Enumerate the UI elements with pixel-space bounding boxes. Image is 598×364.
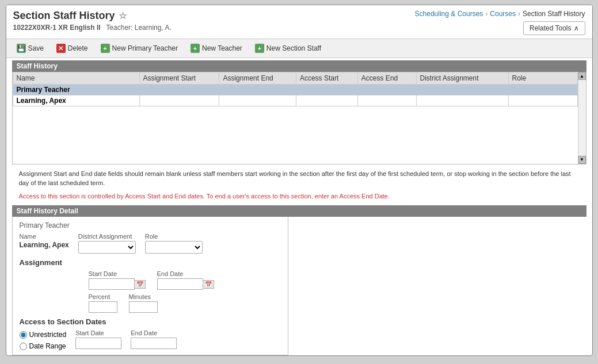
access-end-field: End Date <box>131 329 177 349</box>
row-assignment-end <box>219 95 296 106</box>
role-field: Role <box>145 233 203 254</box>
start-date-wrap: 📅 <box>89 278 146 290</box>
empty-row-1 <box>13 106 577 118</box>
date-range-radio[interactable] <box>20 343 27 350</box>
access-section: Access to Section Dates Unrestricted Dat… <box>20 317 281 350</box>
row-access-start <box>296 95 357 106</box>
percent-field: Percent <box>89 293 117 313</box>
empty-row-5 <box>13 152 577 164</box>
new-teacher-button[interactable]: + New Teacher <box>186 42 247 55</box>
percent-input[interactable] <box>89 301 117 313</box>
header-right: Scheduling & Courses › Courses › Section… <box>415 10 585 35</box>
row-name: Learning, Apex <box>13 95 139 106</box>
minutes-field: Minutes <box>129 293 158 313</box>
date-range-radio-item: Date Range <box>20 342 67 350</box>
start-date-field: Start Date 📅 <box>89 270 146 290</box>
empty-row-3 <box>13 129 577 141</box>
minutes-input[interactable] <box>129 301 158 313</box>
col-assignment-end: Assignment End <box>219 72 296 85</box>
title-text: Section Staff History <box>13 10 115 22</box>
breadcrumb-courses[interactable]: Courses <box>490 10 516 18</box>
staff-history-detail: Staff History Detail Primary Teacher Nam… <box>12 205 586 355</box>
percent-minutes-row: Percent Minutes <box>89 293 281 313</box>
date-range-label: Date Range <box>29 342 66 350</box>
new-section-staff-button[interactable]: + New Section Staff <box>250 42 326 55</box>
save-button[interactable]: 💾 Save <box>12 42 48 55</box>
delete-icon: ✕ <box>56 44 66 53</box>
access-row: Unrestricted Date Range Start Date <box>20 329 281 350</box>
scroll-track <box>578 80 586 156</box>
notes-area: Assignment Start and End date fields sho… <box>12 164 586 206</box>
table-row[interactable]: Learning, Apex <box>13 95 577 106</box>
col-access-start: Access Start <box>296 72 357 85</box>
unrestricted-label: Unrestricted <box>29 331 67 339</box>
access-section-label: Access to Section Dates <box>20 317 281 326</box>
staff-history-section: Staff History Name Assignment Start Assi… <box>12 60 586 164</box>
col-role: Role <box>508 72 577 85</box>
district-assignment-label: District Assignment <box>78 233 136 240</box>
col-name: Name <box>13 72 139 85</box>
add-primary-icon: + <box>101 44 110 53</box>
role-field-label: Role <box>145 233 203 240</box>
delete-button[interactable]: ✕ Delete <box>52 42 93 55</box>
scroll-up-button[interactable]: ▲ <box>578 72 586 80</box>
star-icon[interactable]: ☆ <box>119 10 127 21</box>
end-date-calendar-button[interactable]: 📅 <box>203 280 214 289</box>
note-assignment: Assignment Start and End date fields sho… <box>19 169 580 188</box>
toolbar: 💾 Save ✕ Delete + New Primary Teacher + … <box>6 39 592 58</box>
detail-header: Staff History Detail <box>12 205 586 217</box>
name-label: Name <box>20 233 69 240</box>
detail-role-label: Primary Teacher <box>20 221 281 229</box>
chevron-up-icon: ∧ <box>574 24 579 32</box>
assignment-section-label: Assignment <box>20 258 281 267</box>
unrestricted-radio-item: Unrestricted <box>20 331 67 339</box>
new-primary-teacher-button[interactable]: + New Primary Teacher <box>96 42 182 55</box>
end-date-wrap: 📅 <box>157 278 214 290</box>
teacher-label: Teacher: <box>106 24 132 32</box>
end-date-label: End Date <box>157 270 214 277</box>
note-access: Access to this section is controlled by … <box>19 191 580 201</box>
end-date-input[interactable] <box>157 278 203 290</box>
staff-history-header: Staff History <box>12 60 586 72</box>
access-start-input[interactable] <box>75 338 121 349</box>
row-access-end <box>357 95 416 106</box>
percent-label: Percent <box>89 293 117 300</box>
teacher-name: Learning, A. <box>135 24 172 32</box>
detail-name-row: Name Learning, Apex District Assignment … <box>20 233 281 254</box>
save-icon: 💾 <box>17 44 26 53</box>
start-date-input[interactable] <box>89 278 135 290</box>
add-staff-icon: + <box>255 44 264 53</box>
section-subtitle: 10222X0XR-1 XR English II Teacher: Learn… <box>13 24 172 32</box>
access-start-field: Start Date <box>75 329 121 349</box>
col-district-assignment: District Assignment <box>416 72 508 85</box>
district-assignment-select[interactable] <box>78 241 136 254</box>
district-assignment-field: District Assignment <box>78 233 136 254</box>
access-end-input[interactable] <box>131 338 177 349</box>
related-tools-button[interactable]: Related Tools ∧ <box>523 21 585 35</box>
empty-row-4 <box>13 141 577 152</box>
col-assignment-start: Assignment Start <box>139 72 219 85</box>
breadcrumb-sep2: › <box>518 10 520 18</box>
row-assignment-start <box>139 95 219 106</box>
role-select[interactable] <box>145 241 203 254</box>
add-teacher-icon: + <box>191 44 200 53</box>
access-dates: Start Date End Date <box>75 329 177 349</box>
minutes-label: Minutes <box>129 293 158 300</box>
group-label: Primary Teacher <box>13 85 577 95</box>
scroll-down-button[interactable]: ▼ <box>578 156 586 164</box>
breadcrumb-scheduling[interactable]: Scheduling & Courses <box>415 10 483 18</box>
related-tools-label: Related Tools <box>530 24 572 32</box>
section-code: 10222X0XR-1 XR English II <box>13 24 101 32</box>
new-primary-teacher-label: New Primary Teacher <box>112 44 178 52</box>
scrollbar[interactable]: ▲ ▼ <box>578 72 586 164</box>
radio-col: Unrestricted Date Range <box>20 331 67 350</box>
end-date-field: End Date 📅 <box>157 270 214 290</box>
detail-body: Primary Teacher Name Learning, Apex Dist… <box>12 217 288 355</box>
save-label: Save <box>28 44 44 52</box>
row-role <box>508 95 577 106</box>
breadcrumb: Scheduling & Courses › Courses › Section… <box>415 10 585 18</box>
start-date-calendar-button[interactable]: 📅 <box>135 280 146 289</box>
unrestricted-radio[interactable] <box>20 331 27 339</box>
breadcrumb-current: Section Staff History <box>523 10 585 18</box>
breadcrumb-sep1: › <box>485 10 487 18</box>
